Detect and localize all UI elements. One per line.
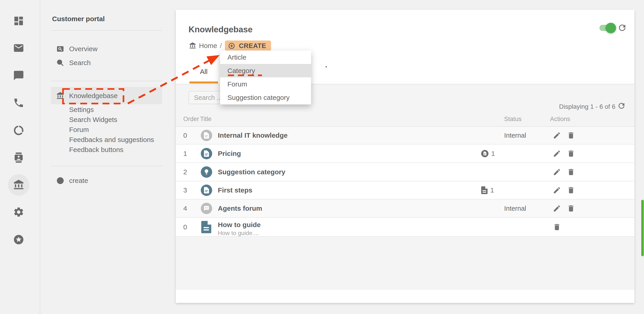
pageview-icon [56, 45, 64, 53]
sidebar-divider [51, 166, 162, 166]
order-cell: 1 [183, 150, 187, 157]
article-icon [201, 148, 212, 159]
sidebar-item-label: Feedback buttons [69, 146, 124, 154]
forum-icon [201, 203, 212, 214]
settings-gear-icon[interactable] [13, 206, 24, 218]
table-row[interactable]: 4 Agents forum Internal [176, 200, 634, 218]
column-header-title: Title [200, 116, 212, 123]
delete-icon[interactable] [567, 186, 575, 194]
phone-icon[interactable] [13, 97, 24, 109]
column-header-status: Status [504, 116, 522, 123]
order-cell: 2 [183, 168, 187, 176]
stray-dot [326, 66, 327, 67]
status-badge: Internal [504, 132, 526, 139]
row-title[interactable]: Internal IT knowledge [218, 132, 288, 139]
create-button-label: CREATE [239, 42, 266, 50]
search-icon [56, 59, 64, 67]
row-title[interactable]: Pricing [218, 150, 241, 157]
document-icon [201, 221, 211, 233]
order-cell: 4 [183, 205, 187, 212]
table-row[interactable]: 0 How to guide How to guide.... [176, 218, 634, 237]
order-cell: 0 [183, 132, 187, 139]
menu-item-category[interactable]: Category [220, 64, 311, 77]
sidebar-item-feedbacks[interactable]: Feedbacks and suggestions [51, 135, 162, 145]
count-value: 1 [490, 186, 494, 194]
sidebar-item-label: Forum [69, 126, 89, 134]
page-title: Knowledgebase [188, 25, 253, 34]
knowledgebase-bank-icon[interactable] [13, 179, 24, 191]
sidebar-item-settings[interactable]: Settings [51, 105, 162, 115]
refresh-icon[interactable] [618, 23, 627, 33]
dashboard-icon[interactable] [13, 15, 24, 27]
sidebar-item-forum[interactable]: Forum [51, 125, 162, 135]
delete-icon[interactable] [567, 204, 575, 212]
data-usage-icon[interactable] [13, 125, 24, 136]
delete-icon[interactable] [567, 168, 575, 176]
tab-all[interactable]: All [190, 68, 218, 76]
contacts-icon[interactable] [13, 152, 24, 163]
row-title[interactable]: Suggestion category [218, 168, 286, 176]
order-cell: 3 [183, 186, 187, 194]
rail-divider-2 [40, 0, 41, 314]
edit-icon[interactable] [553, 204, 561, 212]
article-icon [201, 130, 212, 141]
row-title[interactable]: Agents forum [218, 205, 262, 212]
delete-icon[interactable] [553, 223, 561, 231]
table-row[interactable]: 1 Pricing 1 [176, 144, 634, 163]
sidebar-item-label: Search Widgets [69, 116, 117, 124]
sidebar-item-label: Knowledgebase [69, 92, 118, 100]
sidebar-item-search-widgets[interactable]: Search Widgets [51, 115, 162, 125]
sidebar-item-search[interactable]: Search [51, 57, 162, 69]
edit-icon[interactable] [553, 186, 561, 194]
sidebar-item-label: Settings [69, 106, 94, 114]
row-title[interactable]: First steps [218, 186, 252, 194]
sidebar-item-overview[interactable]: Overview [51, 43, 162, 55]
sidebar-title: Customer portal [52, 15, 105, 23]
refresh-list-icon[interactable] [617, 102, 626, 110]
breadcrumb-home-link[interactable]: Home [199, 42, 217, 50]
edit-icon[interactable] [553, 149, 561, 158]
home-bank-icon [189, 42, 196, 49]
sidebar-item-create[interactable]: create [51, 175, 162, 186]
delete-icon[interactable] [567, 131, 575, 139]
app-icon-rail [0, 0, 39, 314]
article-count-badge: 1 [481, 150, 495, 157]
article-circle-icon [481, 150, 488, 157]
article-sheet-icon [481, 186, 488, 194]
customer-portal-sidebar: Customer portal Overview Search Knowledg… [51, 0, 162, 314]
chat-icon[interactable] [13, 70, 24, 81]
row-subtitle: How to guide.... [218, 230, 259, 237]
edit-icon[interactable] [553, 131, 561, 139]
column-header-order: Order [183, 116, 199, 123]
create-button[interactable]: CREATE [225, 41, 271, 51]
delete-icon[interactable] [567, 149, 575, 158]
column-header-actions: Actions [550, 116, 570, 123]
count-value: 1 [491, 150, 495, 157]
row-title[interactable]: How to guide [218, 221, 260, 229]
table-row[interactable]: 2 Suggestion category [176, 163, 634, 181]
table-row[interactable]: 0 Internal IT knowledge Internal [176, 127, 634, 144]
displaying-count: Displaying 1 - 6 of 6 [559, 103, 615, 110]
sidebar-item-label: Overview [69, 45, 98, 53]
lightbulb-icon [201, 166, 212, 178]
menu-item-article[interactable]: Article [220, 51, 311, 64]
create-dropdown-menu: Article Category Forum Suggestion catego… [220, 51, 311, 104]
scrollbar-thumb[interactable] [641, 200, 644, 256]
article-count-badge: 1 [481, 186, 494, 194]
status-badge: Internal [504, 205, 526, 212]
enabled-toggle[interactable] [600, 25, 614, 31]
toggle-thumb [606, 23, 616, 33]
panel-footer [176, 290, 634, 303]
sidebar-item-feedback-buttons[interactable]: Feedback buttons [51, 145, 162, 155]
edit-icon[interactable] [553, 168, 561, 176]
star-icon[interactable] [13, 234, 24, 245]
sidebar-divider [51, 30, 162, 31]
menu-item-suggestion-category[interactable]: Suggestion category [220, 91, 311, 104]
rail-divider [39, 0, 40, 314]
table-row[interactable]: 3 First steps 1 [176, 181, 634, 200]
plus-circle-icon [56, 177, 64, 185]
sidebar-item-knowledgebase[interactable]: Knowledgebase [51, 90, 162, 102]
order-cell: 0 [183, 223, 187, 231]
menu-item-forum[interactable]: Forum [220, 77, 311, 91]
mail-icon[interactable] [13, 42, 24, 54]
